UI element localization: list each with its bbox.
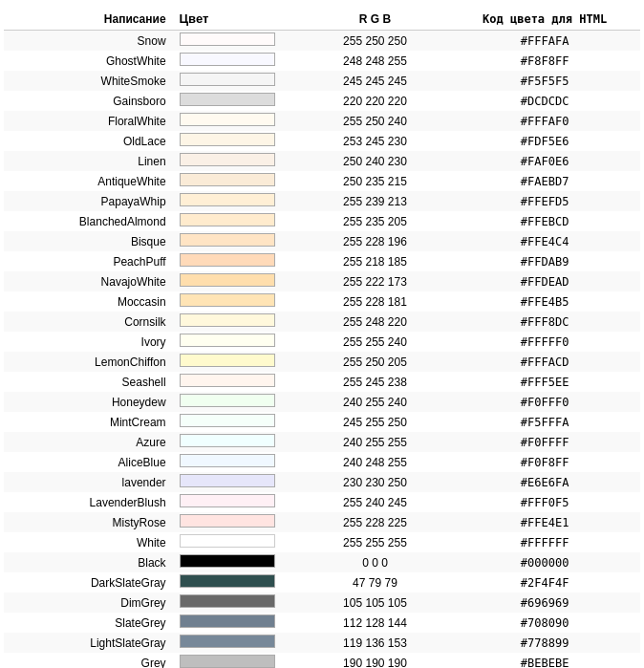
color-swatch xyxy=(180,594,275,608)
color-html-code: #FFDAB9 xyxy=(449,251,640,271)
color-name: Ivory xyxy=(4,332,174,352)
main-container: Написание Цвет R G B Код цвета для HTML … xyxy=(0,0,644,668)
color-swatch-cell xyxy=(174,532,301,552)
color-name: LavenderBlush xyxy=(4,492,174,512)
color-swatch xyxy=(180,454,275,467)
color-name: Moccasin xyxy=(4,291,174,312)
table-row: LemonChiffon255 250 205#FFFACD xyxy=(4,352,640,372)
table-row: DarkSlateGray47 79 79#2F4F4F xyxy=(4,572,640,593)
color-rgb: 250 235 215 xyxy=(301,171,449,191)
color-html-code: #E6E6FA xyxy=(449,472,640,492)
color-swatch-cell xyxy=(174,572,301,593)
color-html-code: #FFE4E1 xyxy=(449,512,640,532)
color-html-code: #FFE4C4 xyxy=(449,231,640,251)
color-rgb: 255 218 185 xyxy=(301,251,449,271)
color-swatch xyxy=(180,334,275,347)
table-row: Moccasin255 228 181#FFE4B5 xyxy=(4,291,640,312)
color-swatch-cell xyxy=(174,171,301,191)
table-row: Cornsilk255 248 220#FFF8DC xyxy=(4,312,640,332)
color-swatch xyxy=(180,554,275,568)
color-swatch-cell xyxy=(174,291,301,312)
color-html-code: #F0F8FF xyxy=(449,452,640,472)
header-color: Цвет xyxy=(174,8,301,31)
color-swatch xyxy=(180,153,275,166)
color-swatch xyxy=(180,173,275,186)
table-row: MistyRose255 228 225#FFE4E1 xyxy=(4,512,640,532)
color-swatch-cell xyxy=(174,151,301,171)
color-name: LightSlateGray xyxy=(4,633,174,653)
table-row: AliceBlue240 248 255#F0F8FF xyxy=(4,452,640,472)
color-name: PapayaWhip xyxy=(4,191,174,211)
color-html-code: #FFF5EE xyxy=(449,372,640,392)
table-row: Gainsboro220 220 220#DCDCDC xyxy=(4,91,640,111)
color-swatch xyxy=(180,213,275,226)
color-name: WhiteSmoke xyxy=(4,71,174,91)
color-html-code: #F5F5F5 xyxy=(449,71,640,91)
color-rgb: 255 255 255 xyxy=(301,532,449,552)
color-html-code: #FFFAF0 xyxy=(449,111,640,131)
color-rgb: 255 248 220 xyxy=(301,312,449,332)
color-swatch xyxy=(180,474,275,487)
color-swatch-cell xyxy=(174,111,301,131)
color-swatch xyxy=(180,614,275,628)
color-name: FloralWhite xyxy=(4,111,174,131)
table-row: PapayaWhip255 239 213#FFEFD5 xyxy=(4,191,640,211)
table-row: lavender230 230 250#E6E6FA xyxy=(4,472,640,492)
color-html-code: #FFEBCD xyxy=(449,211,640,231)
table-row: OldLace253 245 230#FDF5E6 xyxy=(4,131,640,151)
color-rgb: 248 248 255 xyxy=(301,51,449,71)
color-rgb: 240 248 255 xyxy=(301,452,449,472)
color-swatch xyxy=(180,93,275,106)
color-swatch-cell xyxy=(174,271,301,291)
color-table: Написание Цвет R G B Код цвета для HTML … xyxy=(4,8,640,668)
color-name: Gainsboro xyxy=(4,91,174,111)
color-name: OldLace xyxy=(4,131,174,151)
color-rgb: 0 0 0 xyxy=(301,552,449,572)
color-name: MintCream xyxy=(4,412,174,432)
color-swatch-cell xyxy=(174,613,301,633)
color-swatch-cell xyxy=(174,51,301,71)
color-swatch xyxy=(180,514,275,528)
table-row: LavenderBlush255 240 245#FFF0F5 xyxy=(4,492,640,512)
color-html-code: #FAEBD7 xyxy=(449,171,640,191)
color-html-code: #FFFFF0 xyxy=(449,332,640,352)
color-name: White xyxy=(4,532,174,552)
color-html-code: #F5FFFA xyxy=(449,412,640,432)
color-name: DimGrey xyxy=(4,593,174,613)
color-swatch-cell xyxy=(174,432,301,452)
color-name: lavender xyxy=(4,472,174,492)
color-html-code: #000000 xyxy=(449,552,640,572)
table-row: WhiteSmoke245 245 245#F5F5F5 xyxy=(4,71,640,91)
color-rgb: 255 235 205 xyxy=(301,211,449,231)
color-swatch-cell xyxy=(174,251,301,271)
color-html-code: #FAF0E6 xyxy=(449,151,640,171)
color-rgb: 255 255 240 xyxy=(301,332,449,352)
color-html-code: #F0FFFF xyxy=(449,432,640,452)
color-rgb: 190 190 190 xyxy=(301,653,449,668)
color-name: MistyRose xyxy=(4,512,174,532)
color-html-code: #FFDEAD xyxy=(449,271,640,291)
color-rgb: 47 79 79 xyxy=(301,572,449,593)
color-html-code: #FFFFFF xyxy=(449,532,640,552)
color-swatch xyxy=(180,394,275,407)
color-swatch xyxy=(180,73,275,86)
color-rgb: 245 255 250 xyxy=(301,412,449,432)
table-row: AntiqueWhite250 235 215#FAEBD7 xyxy=(4,171,640,191)
color-swatch-cell xyxy=(174,332,301,352)
color-html-code: #FFE4B5 xyxy=(449,291,640,312)
color-rgb: 255 228 225 xyxy=(301,512,449,532)
color-name: BlanchedAlmond xyxy=(4,211,174,231)
table-row: FloralWhite255 250 240#FFFAF0 xyxy=(4,111,640,131)
table-row: Azure240 255 255#F0FFFF xyxy=(4,432,640,452)
color-rgb: 255 240 245 xyxy=(301,492,449,512)
color-name: PeachPuff xyxy=(4,251,174,271)
color-rgb: 112 128 144 xyxy=(301,613,449,633)
color-html-code: #FFEFD5 xyxy=(449,191,640,211)
color-rgb: 255 239 213 xyxy=(301,191,449,211)
color-swatch-cell xyxy=(174,131,301,151)
color-swatch-cell xyxy=(174,552,301,572)
header-html: Код цвета для HTML xyxy=(449,8,640,31)
color-swatch xyxy=(180,273,275,287)
color-swatch xyxy=(180,113,275,126)
color-swatch xyxy=(180,414,275,427)
